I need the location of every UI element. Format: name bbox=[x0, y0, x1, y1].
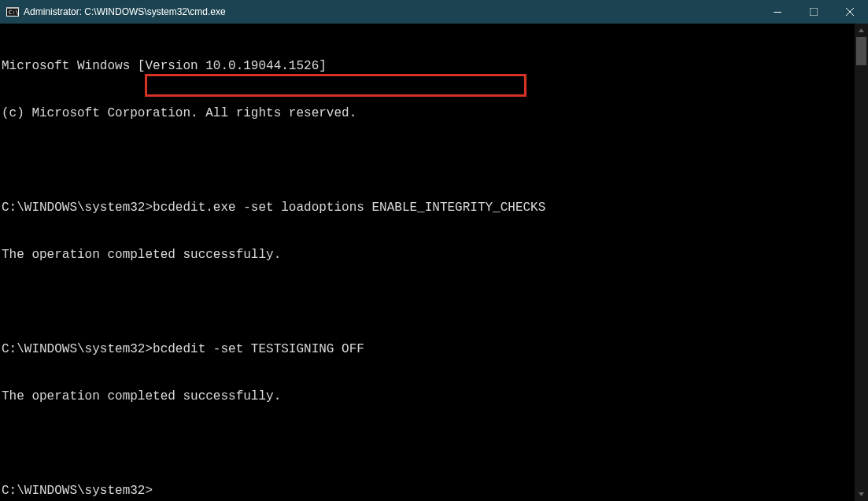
maximize-button[interactable] bbox=[796, 0, 832, 24]
cmd-window: C:\ Administrator: C:\WINDOWS\system32\c… bbox=[0, 0, 868, 501]
terminal-line: The operation completed successfully. bbox=[2, 247, 854, 263]
window-controls bbox=[759, 0, 868, 24]
terminal-line: C:\WINDOWS\system32>bcdedit.exe -set loa… bbox=[2, 200, 854, 216]
svg-text:C:\: C:\ bbox=[9, 9, 19, 16]
scroll-up-button[interactable] bbox=[855, 24, 868, 37]
terminal-area[interactable]: Microsoft Windows [Version 10.0.19044.15… bbox=[0, 24, 868, 501]
terminal-line: The operation completed successfully. bbox=[2, 389, 854, 404]
terminal-output[interactable]: Microsoft Windows [Version 10.0.19044.15… bbox=[2, 27, 854, 501]
scrollbar-thumb[interactable] bbox=[856, 37, 866, 65]
terminal-line: Microsoft Windows [Version 10.0.19044.15… bbox=[2, 58, 854, 74]
terminal-line bbox=[2, 294, 854, 310]
scrollbar-track[interactable] bbox=[855, 37, 868, 488]
vertical-scrollbar[interactable] bbox=[855, 24, 868, 501]
terminal-line bbox=[2, 436, 854, 451]
terminal-line: C:\WINDOWS\system32> bbox=[2, 483, 854, 499]
titlebar[interactable]: C:\ Administrator: C:\WINDOWS\system32\c… bbox=[0, 0, 868, 24]
minimize-button[interactable] bbox=[759, 0, 796, 24]
close-button[interactable] bbox=[832, 0, 868, 24]
window-title: Administrator: C:\WINDOWS\system32\cmd.e… bbox=[24, 6, 226, 17]
terminal-line: C:\WINDOWS\system32>bcdedit -set TESTSIG… bbox=[2, 341, 854, 357]
scroll-down-button[interactable] bbox=[855, 488, 868, 501]
svg-marker-8 bbox=[859, 28, 864, 32]
cmd-icon: C:\ bbox=[6, 6, 19, 18]
svg-rect-5 bbox=[810, 8, 818, 16]
terminal-line bbox=[2, 153, 854, 168]
svg-marker-9 bbox=[859, 492, 864, 496]
terminal-line: (c) Microsoft Corporation. All rights re… bbox=[2, 105, 854, 121]
svg-rect-2 bbox=[6, 7, 19, 9]
svg-rect-4 bbox=[774, 12, 781, 13]
